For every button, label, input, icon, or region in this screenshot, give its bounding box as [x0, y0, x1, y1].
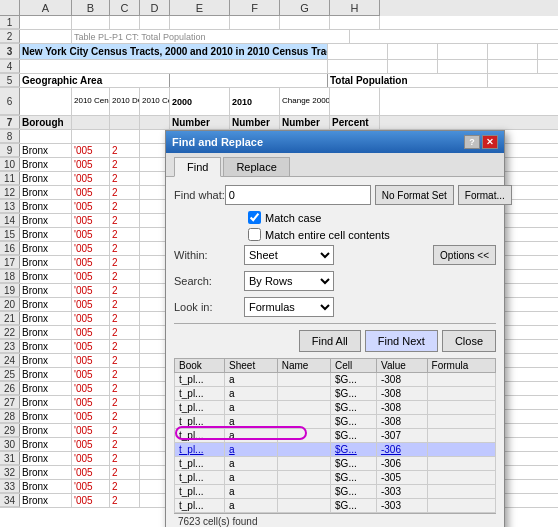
- format-button[interactable]: Format...: [458, 185, 512, 205]
- result-value: -308: [376, 415, 427, 429]
- result-sheet: a: [225, 415, 278, 429]
- col-book: Book: [175, 359, 225, 373]
- borough-cell: Bronx: [20, 480, 72, 493]
- row-num-cell: 11: [0, 172, 20, 185]
- cell-1a: [20, 16, 72, 29]
- fips-cell: '005: [72, 298, 110, 311]
- cell-8c: [110, 130, 140, 143]
- number-label-1: Number: [170, 116, 230, 129]
- list-item[interactable]: t_pl... a $G... -305: [175, 471, 496, 485]
- borough-code-cell: 2: [110, 494, 140, 507]
- empty-5: [170, 74, 328, 87]
- cell-6g: Change 2000-2010: [280, 88, 330, 115]
- close-button[interactable]: Close: [442, 330, 496, 352]
- row-num-cell: 10: [0, 158, 20, 171]
- row-1: 1: [0, 16, 558, 30]
- action-buttons-row: Find All Find Next Close: [174, 330, 496, 352]
- borough-code-cell: 2: [110, 368, 140, 381]
- row-num-cell: 21: [0, 312, 20, 325]
- result-name: [277, 401, 330, 415]
- number-label-2: Number: [230, 116, 280, 129]
- cell-8b: [72, 130, 110, 143]
- cell-1d: [140, 16, 170, 29]
- result-value: -306: [376, 457, 427, 471]
- fips-cell: '005: [72, 228, 110, 241]
- result-sheet: a: [225, 373, 278, 387]
- result-formula: [427, 443, 495, 457]
- col-name: Name: [277, 359, 330, 373]
- find-next-button[interactable]: Find Next: [365, 330, 438, 352]
- result-value: -303: [376, 485, 427, 499]
- cell-1e: [170, 16, 230, 29]
- list-item[interactable]: t_pl... a $G... -303: [175, 499, 496, 513]
- result-name: [277, 415, 330, 429]
- result-value: -306: [376, 443, 427, 457]
- result-sheet: a: [225, 457, 278, 471]
- match-entire-row: Match entire cell contents: [248, 228, 496, 241]
- within-select[interactable]: Sheet Workbook: [244, 245, 334, 265]
- list-item[interactable]: t_pl... a $G... -308: [175, 401, 496, 415]
- list-item[interactable]: t_pl... a $G... -303: [175, 485, 496, 499]
- col-formula: Formula: [427, 359, 495, 373]
- fips-cell: '005: [72, 480, 110, 493]
- no-format-set-button[interactable]: No Format Set: [375, 185, 454, 205]
- col-cell: Cell: [331, 359, 377, 373]
- tab-replace[interactable]: Replace: [223, 157, 289, 176]
- cell-6b: 2010 Census FIPS County Code: [72, 88, 110, 115]
- results-container: Book Sheet Name Cell Value Formula t_pl.…: [174, 358, 496, 513]
- row-num-cell: 24: [0, 354, 20, 367]
- list-item[interactable]: t_pl... a $G... -306: [175, 443, 496, 457]
- row-num-cell: 13: [0, 200, 20, 213]
- borough-cell: Bronx: [20, 144, 72, 157]
- status-text: 7623 cell(s) found: [178, 516, 258, 527]
- list-item[interactable]: t_pl... a $G... -306: [175, 457, 496, 471]
- list-item[interactable]: t_pl... a $G... -308: [175, 387, 496, 401]
- result-sheet: a: [225, 471, 278, 485]
- dialog-help-button[interactable]: ?: [464, 135, 480, 149]
- fips-cell: '005: [72, 200, 110, 213]
- borough-code-cell: 2: [110, 452, 140, 465]
- row-num-cell: 32: [0, 466, 20, 479]
- find-all-button[interactable]: Find All: [299, 330, 361, 352]
- borough-cell: Bronx: [20, 466, 72, 479]
- search-select[interactable]: By Rows By Columns: [244, 271, 334, 291]
- result-cell: $G...: [331, 415, 377, 429]
- borough-cell: Bronx: [20, 494, 72, 507]
- look-in-label: Look in:: [174, 301, 244, 313]
- within-label: Within:: [174, 249, 244, 261]
- row-num-cell: 31: [0, 452, 20, 465]
- tab-find[interactable]: Find: [174, 157, 221, 177]
- match-entire-label: Match entire cell contents: [265, 229, 390, 241]
- fips-cell: '005: [72, 256, 110, 269]
- col-d-header: D: [140, 0, 170, 16]
- dialog-close-x-button[interactable]: ✕: [482, 135, 498, 149]
- match-case-checkbox[interactable]: [248, 211, 261, 224]
- borough-code-cell: 2: [110, 242, 140, 255]
- borough-code-cell: 2: [110, 312, 140, 325]
- borough-code-cell: 2: [110, 256, 140, 269]
- cell-3g: [438, 44, 488, 59]
- row-num-cell: 9: [0, 144, 20, 157]
- row-num-cell: 30: [0, 438, 20, 451]
- row-num-cell: 33: [0, 480, 20, 493]
- results-body: t_pl... a $G... -308 t_pl... a $G... -30…: [175, 373, 496, 513]
- borough-code-cell: 2: [110, 172, 140, 185]
- list-item[interactable]: t_pl... a $G... -307: [175, 429, 496, 443]
- borough-cell: Bronx: [20, 312, 72, 325]
- list-item[interactable]: t_pl... a $G... -308: [175, 415, 496, 429]
- result-value: -303: [376, 499, 427, 513]
- look-in-select[interactable]: Formulas Values Comments: [244, 297, 334, 317]
- borough-cell: Bronx: [20, 368, 72, 381]
- borough-cell: Bronx: [20, 354, 72, 367]
- list-item[interactable]: t_pl... a $G... -308: [175, 373, 496, 387]
- find-replace-dialog[interactable]: Find and Replace ? ✕ Find Replace Find w…: [165, 130, 505, 527]
- cell-1f: [230, 16, 280, 29]
- result-cell: $G...: [331, 429, 377, 443]
- row-4: 4: [0, 60, 558, 74]
- match-entire-checkbox[interactable]: [248, 228, 261, 241]
- result-formula: [427, 401, 495, 415]
- result-cell: $G...: [331, 401, 377, 415]
- cell-6d: 2010 Census Tract: [140, 88, 170, 115]
- options-button[interactable]: Options <<: [433, 245, 496, 265]
- find-what-input[interactable]: [225, 185, 371, 205]
